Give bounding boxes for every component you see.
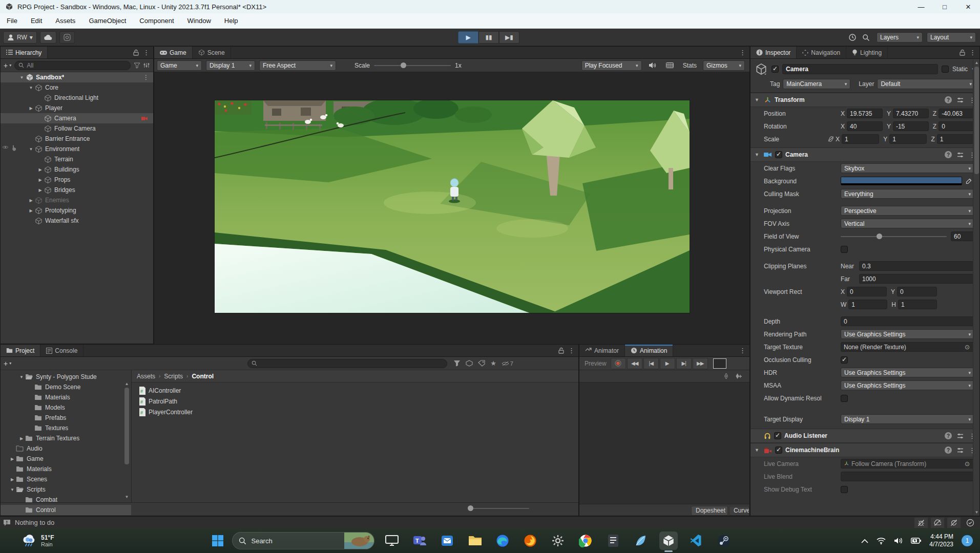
foldout-icon[interactable]: ▼ bbox=[27, 147, 35, 152]
folder-demo-scene[interactable]: Demo Scene bbox=[1, 382, 131, 392]
project-create-button[interactable]: + ▾ bbox=[4, 359, 11, 368]
hierarchy-create-button[interactable]: + ▾ bbox=[4, 61, 11, 70]
notification-badge[interactable]: 1 bbox=[962, 535, 973, 546]
console-message-icon[interactable] bbox=[3, 519, 11, 526]
stats-button[interactable]: Stats bbox=[681, 62, 699, 69]
hierarchy-item-camera[interactable]: Camera bbox=[1, 113, 153, 123]
scale-y-field[interactable]: 1 bbox=[889, 134, 927, 144]
record-button[interactable] bbox=[611, 358, 626, 369]
help-icon[interactable]: ? bbox=[945, 432, 952, 439]
layers-dropdown[interactable]: Layers▾ bbox=[877, 32, 923, 42]
foldout-icon[interactable]: ▶ bbox=[9, 477, 16, 482]
battery-icon[interactable] bbox=[911, 538, 921, 544]
scale-z-field[interactable]: 1 bbox=[937, 134, 974, 144]
rendering-path-dropdown[interactable]: Use Graphics Settings▾ bbox=[841, 329, 974, 339]
play-focused-dropdown[interactable]: Play Focused▾ bbox=[581, 60, 642, 71]
hierarchy-search[interactable] bbox=[14, 61, 131, 70]
scale-x-field[interactable]: 1 bbox=[842, 134, 879, 144]
audio-listener-header[interactable]: Audio Listener ? ⋮ bbox=[750, 429, 979, 443]
dopesheet-button[interactable]: Dopesheet bbox=[691, 506, 728, 516]
collab-disabled-icon[interactable] bbox=[931, 518, 944, 528]
game-target-dropdown[interactable]: Game▾ bbox=[157, 60, 202, 71]
project-tree-scrollbar[interactable]: ▲ ▼ bbox=[123, 381, 130, 499]
help-icon[interactable]: ? bbox=[945, 96, 952, 103]
presets-icon[interactable] bbox=[957, 433, 964, 439]
folder-textures[interactable]: Textures bbox=[1, 423, 131, 433]
display-dropdown[interactable]: Display 1▾ bbox=[206, 60, 255, 71]
step-button[interactable]: ▶▮ bbox=[499, 31, 519, 44]
menu-assets[interactable]: Assets bbox=[49, 13, 82, 29]
menu-window[interactable]: Window bbox=[181, 13, 218, 29]
taskbar-edge-icon[interactable] bbox=[493, 531, 512, 550]
folder-audio[interactable]: Audio bbox=[1, 443, 131, 454]
asset-patrolpath[interactable]: # PatrolPath bbox=[132, 396, 578, 407]
hierarchy-item-scene[interactable]: ▼ Sandbox* ⋮ bbox=[1, 72, 153, 82]
pause-button[interactable]: ▮▮ bbox=[478, 31, 499, 44]
menu-component[interactable]: Component bbox=[133, 13, 180, 29]
tab-console[interactable]: Console bbox=[40, 345, 84, 356]
mute-audio-icon[interactable] bbox=[646, 59, 659, 72]
hidden-packages-count[interactable]: 7 bbox=[502, 360, 513, 367]
tab-project[interactable]: Project bbox=[1, 345, 40, 356]
audio-listener-enabled-checkbox[interactable] bbox=[774, 432, 781, 439]
active-checkbox[interactable] bbox=[772, 66, 779, 73]
allow-dynamic-resolution-checkbox[interactable] bbox=[841, 395, 848, 402]
game-viewport[interactable] bbox=[154, 72, 749, 344]
cloud-button[interactable] bbox=[40, 31, 56, 44]
breadcrumb-assets[interactable]: Assets bbox=[137, 373, 155, 380]
scene-menu-icon[interactable]: ⋮ bbox=[143, 74, 149, 81]
taskbar-mail-icon[interactable] bbox=[438, 531, 456, 550]
asset-playercontroller[interactable]: # PlayerController bbox=[132, 407, 578, 417]
layout-dropdown[interactable]: Layout▾ bbox=[927, 32, 976, 42]
hierarchy-item-directional-light[interactable]: Directional Light bbox=[1, 93, 153, 103]
rotation-z-field[interactable]: 0 bbox=[939, 121, 974, 131]
filter-by-type-icon[interactable] bbox=[134, 62, 140, 69]
folder-synty[interactable]: ▼ Synty - Polygon Stude bbox=[1, 372, 131, 382]
object-picker-icon[interactable]: ⊙ bbox=[963, 460, 971, 467]
hierarchy-item-enemies[interactable]: ▶ Enemies bbox=[1, 195, 153, 205]
taskbar-feather-icon[interactable] bbox=[632, 531, 650, 550]
close-button[interactable]: ✕ bbox=[956, 0, 980, 13]
animation-menu-icon[interactable]: ⋮ bbox=[739, 347, 746, 354]
folder-game[interactable]: ▶Game bbox=[1, 454, 131, 464]
camera-header[interactable]: ▼ Camera ? ⋮ bbox=[750, 147, 979, 162]
tray-chevron-icon[interactable] bbox=[861, 539, 868, 543]
viewport-w-field[interactable]: 1 bbox=[848, 300, 887, 309]
position-y-field[interactable]: 7.43270 bbox=[893, 109, 929, 118]
search-icon[interactable] bbox=[859, 31, 872, 44]
search-by-label-icon[interactable] bbox=[478, 360, 485, 367]
foldout-icon[interactable]: ▶ bbox=[27, 106, 35, 111]
menu-file[interactable]: File bbox=[0, 13, 24, 29]
hierarchy-item-terrain[interactable]: Terrain bbox=[1, 154, 153, 164]
folder-materials-synty[interactable]: Materials bbox=[1, 392, 131, 402]
tab-animation[interactable]: Animation bbox=[625, 345, 673, 356]
hierarchy-search-input[interactable] bbox=[27, 62, 127, 69]
weather-widget[interactable]: 51°FRain bbox=[22, 534, 54, 547]
start-button[interactable] bbox=[207, 530, 228, 551]
add-event-icon[interactable] bbox=[735, 373, 742, 379]
hierarchy-item-player[interactable]: ▶ Player bbox=[1, 103, 153, 113]
depth-field[interactable]: 0 bbox=[841, 316, 974, 326]
rotation-x-field[interactable]: 40 bbox=[847, 121, 883, 131]
foldout-icon[interactable]: ▼ bbox=[755, 97, 761, 102]
foldout-icon[interactable]: ▼ bbox=[18, 375, 25, 379]
taskbar-desktop-icon[interactable] bbox=[383, 531, 401, 550]
hierarchy-item-bridges[interactable]: ▶ Bridges bbox=[1, 185, 153, 195]
show-debug-text-checkbox[interactable] bbox=[841, 486, 848, 493]
aspect-dropdown[interactable]: Free Aspect▾ bbox=[259, 60, 336, 71]
tab-lighting[interactable]: Lighting bbox=[846, 47, 888, 58]
folder-scripts[interactable]: ▼Scripts bbox=[1, 484, 131, 495]
position-x-field[interactable]: 19.5735 bbox=[847, 109, 883, 118]
vsync-grid-icon[interactable] bbox=[663, 59, 677, 72]
folder-materials[interactable]: Materials bbox=[1, 464, 131, 474]
hierarchy-item-prototyping[interactable]: ▶ Prototyping bbox=[1, 205, 153, 216]
hierarchy-item-buildings[interactable]: ▶ Buildings bbox=[1, 164, 153, 175]
folder-scenes[interactable]: ▶Scenes bbox=[1, 474, 131, 484]
taskbar-clock[interactable]: 4:44 PM4/7/2023 bbox=[929, 533, 953, 548]
menu-help[interactable]: Help bbox=[218, 13, 245, 29]
hierarchy-item-waterfall-sfx[interactable]: Waterfall sfx bbox=[1, 216, 153, 226]
volume-icon[interactable] bbox=[894, 537, 903, 544]
folder-models[interactable]: Models bbox=[1, 402, 131, 413]
viewport-x-field[interactable]: 0 bbox=[847, 287, 887, 296]
asset-zoom-slider[interactable] bbox=[468, 508, 529, 509]
